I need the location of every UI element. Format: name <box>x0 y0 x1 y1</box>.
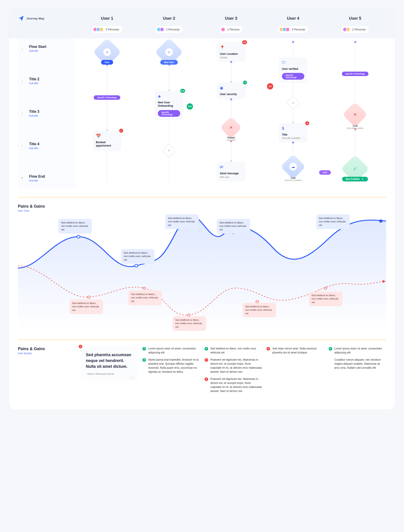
flow-grid: ↓Flow StartSub-title ↓Title 2Sub-title ↓… <box>9 38 395 188</box>
logo-label: Journey Map <box>26 17 44 20</box>
quote-col-2: 4Sed eleifend ex libero, non mollis nunc… <box>205 346 262 396</box>
dollar-icon: $ <box>282 126 304 131</box>
quote-text: Curabitur rutrum aliquam, nec tincidunt … <box>335 358 386 370</box>
logo: Journey Map <box>18 15 76 21</box>
gain-note: Sed eleifend ex libero, non mollis nunc … <box>121 249 154 264</box>
card-send-message[interactable]: ✉ Send message New user <box>217 161 245 181</box>
side-column: ↓Flow StartSub-title ↓Title 2Sub-title ↓… <box>18 38 76 188</box>
check-icon: ✓ <box>19 174 25 181</box>
card-user-verified[interactable]: 🛡 User verified Specific Technology <box>279 57 307 83</box>
card-user-security[interactable]: 4 ◉ User security <box>217 82 245 99</box>
quote-text: Praesent vel dignissim leo. Maecenas in … <box>210 377 262 393</box>
pain-note: Sed eleifend ex libero, non mollis nunc … <box>243 303 276 317</box>
svg-point-0 <box>77 235 80 238</box>
svg-point-7 <box>188 314 190 316</box>
quote-number-badge: 5 <box>329 347 332 351</box>
flow-col-user2: ☺ New User 2,3 ◈ New User Onboarding Spe… <box>138 38 200 188</box>
quote-number-badge: 4 <box>266 347 270 351</box>
badge: 2,3 <box>242 40 247 44</box>
journey-map-canvas: Journey Map User 1 User 2 User 3 User 4 … <box>9 9 395 410</box>
persona-row: 3 Personas 2 Personas 1 Persona 3 Person… <box>9 26 395 38</box>
badge: 4 <box>243 81 247 84</box>
quote-item: 5Lorem ipsum dolor sit amet, consectetur… <box>329 346 386 355</box>
quote-text: Praesent vel dignissim leo. Maecenas in … <box>210 358 262 374</box>
badge: 4 <box>305 121 309 125</box>
quote-number-badge: 3 <box>142 358 146 362</box>
quote-item: 2Lorem ipsum dolor sit amet, consectetur… <box>142 346 200 355</box>
fingerprint-icon: ◉ <box>220 85 242 90</box>
user-icon: ☺ <box>103 48 111 56</box>
card-onboarding[interactable]: 2,3 ◈ New User Onboarding Specific Techn… <box>155 91 183 120</box>
col-head-user2: User 2 <box>138 16 200 21</box>
gain-note: Sed eleifend ex libero, non mollis nunc … <box>58 219 92 234</box>
quote-col-4: 5Lorem ipsum dolor sit amet, consectetur… <box>329 346 386 396</box>
quote-text: Sed eleifend ex libero, non mollis nunc … <box>210 346 262 355</box>
pain-note: Sed eleifend ex libero, non mollis nunc … <box>69 299 103 314</box>
quote-item: 4Sed vitae rutrum ante. Nulla euismod ph… <box>266 346 324 355</box>
quote-number-badge: 4 <box>205 347 208 351</box>
svg-point-5 <box>88 296 90 298</box>
quote-item: 4Sed eleifend ex libero, non mollis nunc… <box>205 346 262 355</box>
persona-pill-3[interactable]: 1 Persona <box>220 26 243 33</box>
gain-note: Sed eleifend ex libero, non mollis nunc … <box>217 219 250 234</box>
yes-chip: YES <box>187 103 193 110</box>
tech-pill: Specific Technology <box>342 72 368 76</box>
new-user-pill: New User <box>160 60 178 65</box>
pain-note: Sed eleifend ex libero, non mollis nunc … <box>173 316 206 331</box>
close-icon: ✕ <box>353 112 357 117</box>
quote-text: Sed vitae rutrum ante. Nulla euismod pha… <box>272 346 324 355</box>
tech-pill: Specific Technology <box>94 95 120 100</box>
card-booked-appointment[interactable]: 1 📅 Booked appoinment <box>93 130 121 151</box>
quote-item: Curabitur rutrum aliquam, nec tincidunt … <box>329 358 386 370</box>
featured-quote: 1 " Sed pharetra accumsan neque vel hend… <box>81 346 138 381</box>
card-user-location[interactable]: 2,3 📍 User Location Verified <box>217 42 245 62</box>
badge: 1 <box>119 129 123 133</box>
pain-note: Sed eleifend ex libero, non mollis nunc … <box>309 291 342 306</box>
pain-note: Sed eleifend ex libero, non mollis nunc … <box>128 290 162 305</box>
col-head-user5: User 5 <box>324 16 386 21</box>
layers-icon: ◈ <box>158 94 180 99</box>
user-icon: ☺ <box>165 48 173 56</box>
close-icon: ✕ <box>229 125 233 130</box>
persona-pill-5[interactable]: 2 Personas <box>341 26 369 33</box>
fulfilled-pill: Item Fulfilled 5 <box>342 177 368 181</box>
gain-note: Sed eleifend ex libero, non mollis nunc … <box>316 214 350 229</box>
quote-number-badge: 2 <box>142 347 146 351</box>
persona-pill-2[interactable]: 2 Personas <box>155 26 183 33</box>
arrow-down-icon: ↓ <box>19 110 25 116</box>
quotes-header: Pains & Gains User Quotes <box>18 346 76 396</box>
persona-pill-4[interactable]: 3 Personas <box>278 26 309 33</box>
title-node-user5[interactable]: ✕ <box>342 102 368 127</box>
send-icon: ✉ <box>220 165 242 170</box>
quote-badge: 1 <box>79 345 82 348</box>
arrow-down-icon: ↓ <box>19 77 25 84</box>
end-node-user4[interactable]: ☁ <box>280 154 306 179</box>
flow-col-user1: ☺ User Specific Technology 1 📅 Booked ap… <box>76 38 138 188</box>
card-title-1[interactable]: 4 $ Title (Sub-title possible) <box>279 123 307 143</box>
row-title-2: ↓Title 2Sub-title <box>18 71 76 91</box>
svg-point-1 <box>135 264 138 267</box>
col-head-user3: User 3 <box>200 16 262 21</box>
svg-point-4 <box>379 219 383 223</box>
svg-point-8 <box>256 301 259 303</box>
persona-pill-1[interactable]: 3 Personas <box>92 26 122 33</box>
tech-pill: Specific Technology <box>158 110 180 117</box>
flow-col-user5: Specific Technology ✕ Title(Sub-title po… <box>324 38 386 188</box>
quote-number-badge: 2 <box>205 358 208 362</box>
quote-item: 3Praesent vel dignissim leo. Maecenas in… <box>205 377 262 393</box>
svg-point-10 <box>382 280 385 282</box>
quote-text: Lorem ipsum dolor sit amet, consectetur … <box>148 346 200 355</box>
pains-gains-chart: Sed eleifend ex libero, non mollis nunc … <box>18 214 386 331</box>
user-pill: User <box>101 60 113 65</box>
quotes-section: Pains & Gains User Quotes 1 " Sed pharet… <box>9 340 395 410</box>
svg-point-6 <box>143 287 145 289</box>
quote-item: 2Praesent vel dignissim leo. Maecenas in… <box>205 358 262 374</box>
row-flow-end: ✓Flow EndSub-title <box>18 168 76 188</box>
failed-node[interactable]: ✕ <box>220 116 242 139</box>
flow-col-user4: 🛡 User verified Specific Technology if 4… <box>262 38 324 188</box>
quote-item: 3Morbi lacinia erat imperdiet, tincidunt… <box>142 358 200 374</box>
quote-col-3: 4Sed vitae rutrum ante. Nulla euismod ph… <box>266 346 324 396</box>
row-title-4: ↓Title 4Sub-title <box>18 136 76 156</box>
paper-plane-icon <box>18 15 24 21</box>
quote-col-1: 2Lorem ipsum dolor sit amet, consectetur… <box>142 346 200 396</box>
